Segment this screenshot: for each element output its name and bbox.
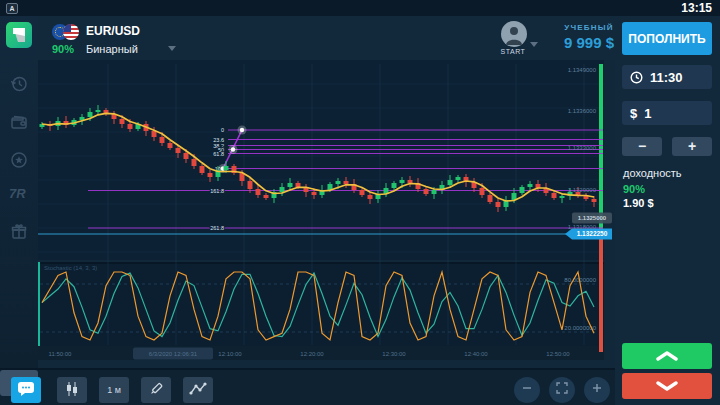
income-label: доходность: [623, 167, 682, 179]
svg-text:11:50:00: 11:50:00: [49, 351, 73, 357]
left-sidebar: 7R: [0, 16, 38, 368]
oscillator-accent-strip: [38, 262, 40, 346]
app-window: A 13:15 7R: [0, 0, 720, 405]
asset-selector[interactable]: EUR/USD 90% Бинарный: [52, 22, 202, 56]
svg-text:161.8: 161.8: [210, 188, 224, 194]
expand-icon: [556, 382, 568, 394]
asset-pair-label: EUR/USD: [86, 24, 140, 38]
expiry-value: 11:30: [650, 70, 683, 85]
wallet-icon[interactable]: [9, 112, 29, 132]
stochastic-oscillator: Stochastic (14, 3, 3)80.000000020.000000…: [40, 265, 598, 340]
current-price-marker: 1.13250001.1322250: [38, 213, 612, 240]
amount-decrease-button[interactable]: −: [622, 137, 662, 156]
chart-type-button[interactable]: [57, 377, 87, 403]
os-app-badge: A: [6, 3, 18, 14]
amount-input[interactable]: $ 1: [622, 101, 712, 125]
avatar: [501, 21, 527, 47]
svg-text:12:30:00: 12:30:00: [382, 351, 406, 357]
asset-instrument-label: Бинарный: [86, 43, 138, 55]
svg-text:12:50:00: 12:50:00: [546, 351, 570, 357]
svg-text:1.1333000: 1.1333000: [568, 145, 597, 151]
asset-payout-label: 90%: [52, 43, 74, 55]
zoom-out-button[interactable]: [514, 377, 540, 403]
os-top-strip: A 13:15: [0, 0, 720, 16]
svg-text:12:10:00: 12:10:00: [218, 351, 242, 357]
chevron-down-icon: [656, 381, 678, 391]
call-put-side-bar: [599, 64, 603, 352]
svg-text:1.1329000: 1.1329000: [568, 187, 597, 193]
currency-symbol: $: [630, 106, 637, 121]
chart-header: EUR/USD 90% Бинарный START УЧЕБНЫЙ 9 999…: [38, 16, 615, 60]
time-axis-labels: 11:50:0012:00:0012:10:0012:20:0012:30:00…: [49, 348, 571, 360]
svg-text:1.1336000: 1.1336000: [568, 108, 597, 114]
candlestick-icon: [64, 381, 80, 397]
minus-icon: [521, 382, 533, 394]
svg-text:80.0000000: 80.0000000: [564, 277, 596, 283]
trade-history-icon[interactable]: [9, 74, 29, 94]
trade-panel: ПОПОЛНИТЬ 11:30 $ 1 − + доходность 90% 1…: [615, 16, 720, 405]
gift-icon[interactable]: [9, 222, 29, 242]
profile-label: START: [493, 48, 533, 55]
bottom-toolbar: 1 м: [0, 368, 615, 405]
expiry-time-input[interactable]: 11:30: [622, 65, 712, 89]
svg-text:1.1318000: 1.1318000: [568, 224, 597, 230]
call-up-button[interactable]: [622, 343, 712, 369]
candles-layer: [40, 105, 597, 212]
svg-text:6/3/2020 12:06:31: 6/3/2020 12:06:31: [149, 351, 198, 357]
profile-menu[interactable]: START: [493, 20, 537, 58]
timeframe-button[interactable]: 1 м: [99, 377, 129, 403]
chart-grid: [38, 64, 604, 345]
chevron-down-icon: [168, 46, 176, 51]
system-clock: 13:15: [681, 1, 712, 15]
tournaments-7r-icon[interactable]: 7R: [9, 186, 29, 206]
svg-text:61.8: 61.8: [213, 151, 224, 157]
svg-text:12:20:00: 12:20:00: [300, 351, 324, 357]
svg-text:Stochastic (14, 3, 3): Stochastic (14, 3, 3): [44, 265, 97, 271]
zoom-in-button[interactable]: [584, 377, 610, 403]
indicator-nodes-icon: [189, 381, 207, 397]
chevron-down-icon: [530, 42, 538, 47]
income-value: 1.90 $: [623, 197, 654, 209]
indicators-button[interactable]: [183, 377, 213, 403]
status-star-icon[interactable]: [9, 150, 29, 170]
logo-glyph-icon: [6, 22, 32, 48]
price-axis-labels: 1.13490001.13360001.13330001.13290001.13…: [568, 67, 597, 230]
svg-text:1.1325000: 1.1325000: [578, 215, 607, 221]
clock-icon: [630, 71, 643, 84]
amount-value: 1: [644, 106, 651, 121]
chart-canvas[interactable]: 023.638.25061.8100161.8261.81.13250001.1…: [38, 60, 616, 360]
drawing-tools-button[interactable]: [141, 377, 171, 403]
chevron-up-icon: [656, 351, 678, 361]
chat-button[interactable]: [11, 377, 41, 403]
amount-increase-button[interactable]: +: [672, 137, 712, 156]
app-logo[interactable]: [6, 22, 32, 48]
usd-flag-icon: [63, 24, 79, 40]
deposit-button[interactable]: ПОПОЛНИТЬ: [622, 22, 712, 55]
svg-text:1.1322250: 1.1322250: [577, 230, 608, 237]
income-percent: 90%: [623, 183, 645, 195]
pencil-icon: [148, 381, 164, 397]
person-icon: [501, 21, 527, 47]
chat-bubble-icon: [17, 381, 35, 397]
svg-text:12:40:00: 12:40:00: [464, 351, 488, 357]
plus-icon: [591, 382, 603, 394]
svg-text:1.1349000: 1.1349000: [568, 67, 597, 73]
moving-average-line: [42, 113, 594, 201]
svg-text:0: 0: [221, 127, 224, 133]
put-down-button[interactable]: [622, 373, 712, 399]
fit-chart-button[interactable]: [549, 377, 575, 403]
svg-text:261.8: 261.8: [210, 225, 224, 231]
